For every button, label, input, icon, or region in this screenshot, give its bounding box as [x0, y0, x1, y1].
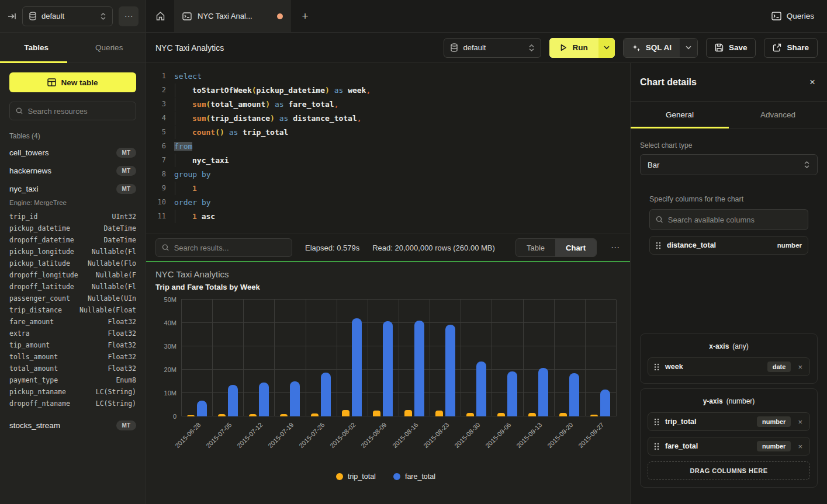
code-token: as	[275, 100, 284, 109]
columns-search-input[interactable]	[668, 215, 802, 224]
drag-grip-icon	[656, 242, 661, 249]
table-row[interactable]: hackernewsMT	[0, 162, 146, 180]
engine-badge: MT	[116, 420, 136, 430]
sql-ai-label: SQL AI	[646, 43, 672, 52]
view-toggle-chart[interactable]: Chart	[555, 239, 596, 256]
code-token: distance_total	[293, 114, 357, 123]
column-name: dropoff_latitude	[9, 283, 74, 291]
resource-search-input[interactable]	[28, 107, 130, 116]
tab-title: NYC Taxi Anal...	[198, 12, 252, 20]
queries-button[interactable]: Queries	[771, 12, 814, 20]
column-chip-fare_total[interactable]: fare_totalnumber×	[648, 437, 810, 456]
bar-fare_total	[290, 381, 300, 416]
columns-label: Specify columns for the chart	[649, 195, 808, 203]
x-axis-items: weekdate×	[648, 357, 810, 376]
column-name: trip_id	[9, 213, 37, 221]
workspace-select[interactable]: default	[22, 6, 113, 26]
code-token: )	[265, 100, 270, 109]
close-icon[interactable]: ×	[809, 77, 815, 88]
chart-panel: NYC Taxi Analytics Trip and Fare Totals …	[146, 261, 630, 504]
sidebar-tab-queries[interactable]: Queries	[73, 33, 146, 62]
engine-badge: MT	[116, 184, 136, 194]
code-token: week	[348, 86, 366, 95]
search-icon	[16, 107, 23, 115]
column-chip-week[interactable]: weekdate×	[648, 357, 810, 376]
new-table-button[interactable]: New table	[9, 72, 136, 92]
share-button[interactable]: Share	[764, 38, 818, 58]
table-row[interactable]: stocks_streamMT	[0, 416, 146, 435]
collapse-sidebar-button[interactable]	[7, 12, 16, 21]
column-row: pickup_longitudeNullable(Fl	[0, 246, 146, 258]
column-type: LC(String)	[96, 388, 136, 396]
run-options-caret[interactable]	[598, 38, 615, 58]
run-button[interactable]: Run	[549, 38, 614, 58]
legend-dot	[336, 473, 343, 480]
save-button[interactable]: Save	[706, 38, 756, 58]
column-type: LC(String)	[96, 399, 136, 408]
drag-grip-icon	[654, 443, 659, 450]
workspace-more-button[interactable]: ⋯	[119, 6, 139, 26]
view-toggle-table[interactable]: Table	[516, 239, 555, 256]
code-token: trip_distance	[210, 114, 270, 123]
tab-general[interactable]: General	[631, 102, 729, 128]
column-chip-trip_total[interactable]: trip_totalnumber×	[648, 412, 810, 431]
sql-ai-button[interactable]: SQL AI	[623, 38, 698, 58]
y-axis-box: y-axis(number) trip_totalnumber×fare_tot…	[640, 388, 818, 488]
code-text: select	[174, 72, 202, 81]
code-token: as	[229, 128, 238, 137]
sidebar-tab-tables[interactable]: Tables	[0, 33, 73, 62]
database-select[interactable]: default	[444, 38, 541, 58]
home-button[interactable]	[146, 0, 174, 32]
x-tick-label: 2015-07-26	[297, 421, 326, 449]
share-label: Share	[787, 43, 809, 52]
search-icon	[162, 244, 169, 252]
remove-icon[interactable]: ×	[797, 442, 804, 451]
sql-editor[interactable]: 1select2toStartOfWeek(pickup_datetime) a…	[146, 63, 630, 234]
query-tab[interactable]: NYC Taxi Anal...	[174, 0, 291, 32]
code-text: sum(trip_distance) as distance_total,	[174, 114, 362, 123]
x-tick-label: 2015-08-09	[360, 421, 388, 449]
column-type: Nullable(Fl	[92, 283, 136, 291]
code-token: as	[334, 86, 344, 95]
legend-item-fare_total[interactable]: fare_total	[393, 472, 435, 481]
remove-icon[interactable]: ×	[797, 363, 804, 371]
new-tab-button[interactable]: +	[291, 0, 319, 32]
remove-icon[interactable]: ×	[797, 418, 804, 426]
workspace-name: default	[41, 12, 95, 20]
x-tick-label: 2015-09-13	[515, 421, 543, 449]
y-axis-label: y-axis	[703, 397, 723, 405]
y-axis-heading: y-axis(number)	[648, 395, 810, 406]
sql-ai-caret[interactable]	[680, 39, 697, 57]
results-more-button[interactable]: ⋯	[610, 242, 621, 253]
terminal-icon	[182, 12, 192, 20]
line-number: 10	[146, 198, 166, 206]
chart-type-select[interactable]: Bar	[640, 154, 818, 175]
code-line: 3sum(total_amount) as fare_total,	[146, 97, 630, 111]
column-chip-distance_total[interactable]: distance_totalnumber	[649, 236, 808, 255]
bar-group	[523, 300, 554, 416]
tab-advanced[interactable]: Advanced	[729, 102, 827, 128]
line-number: 8	[146, 170, 166, 178]
bar-fare_total	[259, 383, 269, 416]
line-number: 6	[146, 142, 166, 150]
table-row[interactable]: cell_towersMT	[0, 144, 146, 162]
results-search-input[interactable]	[174, 244, 286, 252]
table-row[interactable]: nyc_taxiMT	[0, 180, 146, 198]
sidebar-tabs: Tables Queries	[0, 33, 146, 63]
column-type: Nullable(Fl	[92, 248, 136, 256]
x-tick-label: 2015-07-19	[267, 421, 295, 449]
column-type: Float32	[108, 364, 136, 373]
legend-item-trip_total[interactable]: trip_total	[336, 472, 376, 481]
y-tick-label: 40M	[164, 319, 177, 326]
bar-cells	[181, 300, 616, 416]
chevron-down-icon	[686, 46, 691, 50]
column-type: Nullable(F	[96, 271, 136, 279]
x-tick-label: 2015-08-16	[391, 421, 419, 449]
chart-legend: trip_totalfare_total	[155, 470, 616, 489]
code-line: 5count() as trip_total	[146, 125, 630, 139]
column-name: passenger_count	[9, 294, 70, 303]
drop-zone[interactable]: DRAG COLUMNS HERE	[648, 461, 810, 480]
bar-trip_total	[435, 411, 443, 416]
x-tick-label: 2015-07-12	[236, 421, 264, 449]
column-type: UInt32	[112, 213, 136, 221]
